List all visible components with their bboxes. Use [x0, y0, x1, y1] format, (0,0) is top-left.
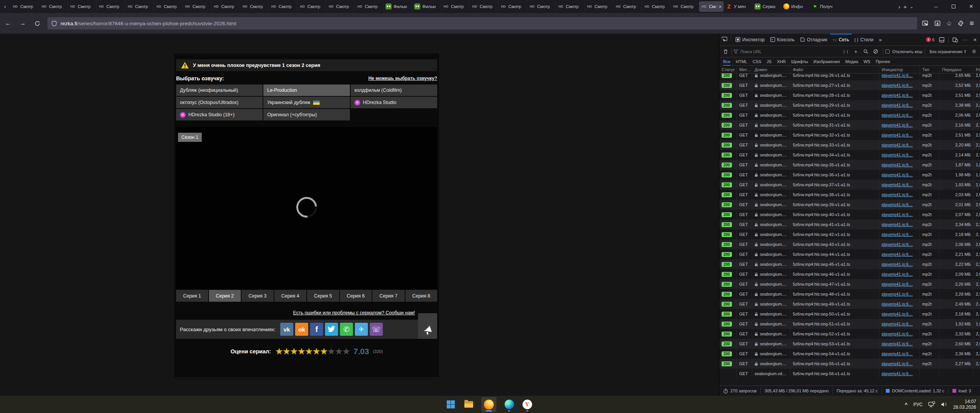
- star-icon[interactable]: ★: [342, 347, 351, 356]
- table-row[interactable]: 200 GET seaborgium.... 5z6rw.mp4:hls:seg…: [719, 329, 980, 339]
- browser-tab[interactable]: HD Смотр: [642, 0, 670, 13]
- table-row[interactable]: 200 GET seaborgium.... 5z6rw.mp4:hls:seg…: [719, 349, 980, 359]
- bookmark-star-icon[interactable]: ☆: [946, 20, 952, 28]
- column-header[interactable]: Домен: [752, 66, 791, 73]
- responsive-mode-icon[interactable]: [950, 37, 960, 42]
- browser-tab[interactable]: HD Смотр: [469, 0, 498, 13]
- table-row[interactable]: 200 GET seaborgium.... 5z6rw.mp4:hls:seg…: [719, 190, 980, 200]
- forward-icon[interactable]: →: [16, 17, 29, 29]
- star-icon[interactable]: ★: [335, 347, 343, 356]
- initiator-cell[interactable]: playerjs41.js:6…: [879, 269, 920, 279]
- url-bar[interactable]: rezka.fi/series/horror/87646-u-menya-och…: [47, 17, 917, 29]
- social-share-icon[interactable]: ☏: [370, 323, 383, 336]
- browser-tab[interactable]: HD Смотр: [354, 0, 383, 13]
- filter-tab[interactable]: HTML: [736, 57, 747, 66]
- browser-tab[interactable]: Инфо: [781, 0, 810, 13]
- initiator-cell[interactable]: playerjs41.js:6…: [879, 339, 920, 349]
- table-row[interactable]: 200 GET seaborgium.... 5z6rw.mp4:hls:seg…: [719, 130, 980, 140]
- social-share-icon[interactable]: vk: [280, 323, 293, 336]
- table-row[interactable]: 200 GET seaborgium.... 5z6rw.mp4:hls:seg…: [719, 220, 980, 229]
- table-row[interactable]: 200 GET seaborgium.... 5z6rw.mp4:hls:seg…: [719, 73, 980, 80]
- browser-tab[interactable]: Сериа: [752, 0, 781, 13]
- filter-tab[interactable]: JS: [767, 57, 772, 66]
- volume-icon[interactable]: [941, 402, 947, 407]
- throttling-dropdown[interactable]: Без ограничения ▲▼: [927, 49, 969, 54]
- browser-tab[interactable]: HD Смотр: [211, 0, 240, 13]
- table-row[interactable]: 200 GET seaborgium.... 5z6rw.mp4:hls:seg…: [719, 229, 980, 239]
- column-header[interactable]: Мет…: [737, 66, 752, 73]
- edge-taskbar-button[interactable]: [504, 397, 514, 412]
- block-request-icon[interactable]: [871, 49, 880, 54]
- table-row[interactable]: 200 GET seaborgium.... 5z6rw.mp4:hls:seg…: [719, 289, 980, 299]
- browser-tab[interactable]: HD Смо: [699, 1, 724, 12]
- initiator-cell[interactable]: playerjs41.js:6…: [879, 309, 920, 319]
- tab-network[interactable]: ↑↓ Сеть: [830, 34, 852, 46]
- tab-scroll-right-icon[interactable]: ›: [898, 3, 900, 10]
- browser-tab[interactable]: HD Смотр: [96, 0, 125, 13]
- filter-tab[interactable]: WS: [864, 57, 871, 66]
- filter-tab[interactable]: CSS: [753, 57, 761, 66]
- language-indicator[interactable]: РУС: [913, 402, 923, 407]
- new-tab-button[interactable]: +: [903, 3, 907, 10]
- initiator-cell[interactable]: playerjs41.js:6…: [879, 130, 920, 140]
- table-row[interactable]: 200 GET seaborgium.... 5z6rw.mp4:hls:seg…: [719, 160, 980, 170]
- tray-expand-icon[interactable]: ^: [905, 402, 908, 407]
- initiator-cell[interactable]: playerjs41.js:6…: [879, 80, 920, 90]
- episode-button[interactable]: Серия 2: [209, 290, 241, 302]
- table-row[interactable]: 200 GET seaborgium.... 5z6rw.mp4:hls:seg…: [719, 90, 980, 100]
- voice-option-button[interactable]: Le-Production: [263, 85, 350, 96]
- tab-debugger[interactable]: Отладчик: [797, 34, 830, 46]
- social-share-icon[interactable]: [325, 323, 338, 336]
- pause-traffic-icon[interactable]: ❘❘: [841, 50, 851, 54]
- filter-tab[interactable]: Все: [723, 57, 730, 66]
- tab-styles[interactable]: { } Стили: [852, 34, 876, 46]
- episode-button[interactable]: Серия 7: [372, 290, 405, 302]
- table-row[interactable]: 200 GET seaborgium.... 5z6rw.mp4:hls:seg…: [719, 100, 980, 110]
- initiator-cell[interactable]: playerjs41.js:6…: [879, 170, 920, 180]
- voice-option-button[interactable]: колдфильм (Coldfilm): [351, 85, 437, 96]
- star-icon[interactable]: ★: [312, 347, 321, 356]
- episode-button[interactable]: Серия 8: [405, 290, 438, 302]
- initiator-cell[interactable]: playerjs41.js:6…: [879, 289, 920, 299]
- clear-requests-icon[interactable]: [721, 49, 730, 54]
- browser-tab[interactable]: Фильм: [383, 0, 412, 13]
- filter-tab[interactable]: XHR: [777, 57, 786, 66]
- voice-option-button[interactable]: Дубляж (неофициальный): [176, 85, 263, 96]
- report-problem-link[interactable]: Есть ошибки или проблемы с сериалом? Соо…: [293, 310, 415, 315]
- initiator-cell[interactable]: playerjs41.js:6…: [879, 279, 920, 289]
- video-player[interactable]: Сезон 1: [176, 127, 437, 289]
- table-row[interactable]: 200 GET seaborgium.... 5z6rw.mp4:hls:seg…: [719, 339, 980, 349]
- social-share-icon[interactable]: f: [310, 323, 323, 336]
- browser-tab[interactable]: HD Смотр: [154, 0, 182, 13]
- initiator-cell[interactable]: playerjs41.js:6…: [879, 259, 920, 269]
- star-icon[interactable]: ★: [297, 347, 306, 356]
- initiator-cell[interactable]: playerjs41.js:6…: [879, 210, 920, 220]
- table-row[interactable]: 200 GET seaborgium.... 5z6rw.mp4:hls:seg…: [719, 309, 980, 319]
- season-tab[interactable]: Сезон 1: [178, 133, 202, 142]
- episode-button[interactable]: Серия 3: [242, 290, 274, 302]
- browser-tab[interactable]: HD Смотр: [498, 0, 527, 13]
- table-row[interactable]: 200 GET seaborgium.... 5z6rw.mp4:hls:seg…: [719, 80, 980, 90]
- browser-tab[interactable]: HD Смотр: [326, 0, 354, 13]
- table-row[interactable]: 200 GET seaborgium.... 5z6rw.mp4:hls:seg…: [719, 299, 980, 309]
- table-row[interactable]: 200 GET seaborgium.... 5z6rw.mp4:hls:seg…: [719, 359, 980, 369]
- browser-tab[interactable]: HD Смотр: [125, 0, 154, 13]
- initiator-cell[interactable]: playerjs41.js:6…: [879, 100, 920, 110]
- network-status-icon[interactable]: [928, 402, 935, 408]
- devtools-close-icon[interactable]: ×: [970, 36, 980, 43]
- voice-option-button[interactable]: октопус (Octopus/Ultradox): [176, 97, 263, 108]
- browser-tab[interactable]: HD Смотр: [268, 0, 297, 13]
- tab-scroll-left-icon[interactable]: ‹: [0, 0, 10, 13]
- more-tabs-icon[interactable]: »: [876, 34, 885, 46]
- browser-tab[interactable]: HD Смотр: [67, 0, 96, 13]
- screenshot-icon[interactable]: [922, 20, 929, 27]
- browser-tab[interactable]: HD Смотр: [527, 0, 555, 13]
- star-icon[interactable]: ★: [290, 347, 298, 356]
- browser-tab[interactable]: HD Смотр: [584, 0, 613, 13]
- browser-tab[interactable]: HD Смотр: [182, 0, 211, 13]
- initiator-cell[interactable]: playerjs41.js:6…: [879, 299, 920, 309]
- add-column-icon[interactable]: +: [851, 49, 861, 55]
- requests-summary[interactable]: 270 запросов: [719, 388, 761, 394]
- table-row[interactable]: 200 GET seaborgium.... 5z6rw.mp4:hls:seg…: [719, 279, 980, 289]
- voice-option-button[interactable]: HDrezka Studio (18+): [176, 109, 263, 120]
